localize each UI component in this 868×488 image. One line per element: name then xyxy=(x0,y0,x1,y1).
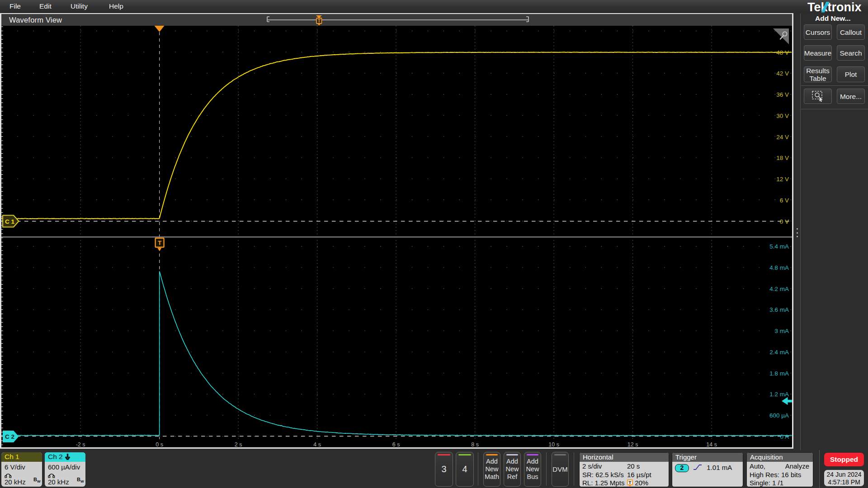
svg-text:5.4 mA: 5.4 mA xyxy=(769,243,789,250)
svg-text:36 V: 36 V xyxy=(776,91,789,98)
svg-text:12 V: 12 V xyxy=(776,176,789,183)
svg-text:2 s: 2 s xyxy=(235,441,242,448)
svg-text:10 s: 10 s xyxy=(548,441,559,448)
svg-text:4.2 mA: 4.2 mA xyxy=(769,286,789,292)
svg-text:T: T xyxy=(158,239,162,246)
svg-text:C 1: C 1 xyxy=(5,218,15,225)
svg-text:0 V: 0 V xyxy=(780,218,789,225)
svg-text:12 s: 12 s xyxy=(627,441,638,448)
svg-text:0 A: 0 A xyxy=(780,433,789,440)
svg-text:600 µA: 600 µA xyxy=(769,412,789,419)
svg-text:42 V: 42 V xyxy=(776,70,789,77)
svg-text:C 2: C 2 xyxy=(5,433,14,440)
svg-text:6 s: 6 s xyxy=(392,441,400,448)
svg-text:T: T xyxy=(317,18,321,23)
svg-text:8 s: 8 s xyxy=(471,441,479,448)
svg-text:1.2 mA: 1.2 mA xyxy=(769,391,789,398)
svg-text:6 V: 6 V xyxy=(780,197,789,204)
svg-text:24 V: 24 V xyxy=(776,134,789,141)
svg-text:2.4 mA: 2.4 mA xyxy=(769,349,789,356)
svg-text:14 s: 14 s xyxy=(706,441,717,448)
svg-text:4 s: 4 s xyxy=(313,441,321,448)
svg-text:1.8 mA: 1.8 mA xyxy=(769,370,789,377)
svg-text:18 V: 18 V xyxy=(776,155,789,161)
svg-text:3.6 mA: 3.6 mA xyxy=(769,306,789,313)
svg-text:-2 s: -2 s xyxy=(76,441,85,448)
svg-text:4.8 mA: 4.8 mA xyxy=(769,264,789,271)
svg-text:30 V: 30 V xyxy=(776,113,789,119)
svg-text:0 s: 0 s xyxy=(156,441,163,448)
svg-text:48 V: 48 V xyxy=(776,49,789,56)
svg-text:3 mA: 3 mA xyxy=(774,328,789,334)
svg-text:T: T xyxy=(629,480,632,485)
svg-text:Tektronix: Tektronix xyxy=(807,1,862,13)
